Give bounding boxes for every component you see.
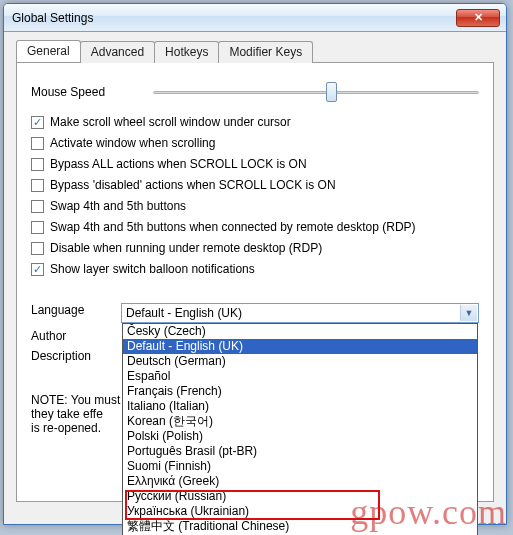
language-option[interactable]: Português Brasil (pt-BR) <box>123 444 477 459</box>
checkbox[interactable] <box>31 137 44 150</box>
checkbox-label: Swap 4th and 5th buttons <box>50 199 186 213</box>
check-row: Bypass 'disabled' actions when SCROLL LO… <box>31 178 479 192</box>
checkbox-label: Disable when running under remote deskto… <box>50 241 322 255</box>
checkbox[interactable] <box>31 221 44 234</box>
language-option[interactable]: Українська (Ukrainian) <box>123 504 477 519</box>
description-label: Description <box>31 349 121 363</box>
language-option[interactable]: Русский (Russian) <box>123 489 477 504</box>
checkbox[interactable] <box>31 179 44 192</box>
checkbox-label: Swap 4th and 5th buttons when connected … <box>50 220 416 234</box>
mouse-speed-slider[interactable] <box>153 81 479 103</box>
chevron-down-icon: ▼ <box>460 305 477 321</box>
language-row: Language Default - English (UK) ▼ Česky … <box>31 303 479 323</box>
checkbox-label: Make scroll wheel scroll window under cu… <box>50 115 291 129</box>
language-option[interactable]: Français (French) <box>123 384 477 399</box>
tab-panel-general: Mouse Speed ✓Make scroll wheel scroll wi… <box>16 62 494 502</box>
window-title: Global Settings <box>12 11 456 25</box>
language-option[interactable]: Suomi (Finnish) <box>123 459 477 474</box>
language-option[interactable]: Česky (Czech) <box>123 324 477 339</box>
language-option[interactable]: Español <box>123 369 477 384</box>
client-area: General Advanced Hotkeys Modifier Keys M… <box>4 32 506 514</box>
check-row: Swap 4th and 5th buttons <box>31 199 479 213</box>
check-row: Activate window when scrolling <box>31 136 479 150</box>
checkbox-label: Bypass 'disabled' actions when SCROLL LO… <box>50 178 336 192</box>
checkbox[interactable]: ✓ <box>31 116 44 129</box>
checkbox-label: Bypass ALL actions when SCROLL LOCK is O… <box>50 157 307 171</box>
mouse-speed-row: Mouse Speed <box>31 81 479 103</box>
slider-thumb[interactable] <box>326 82 337 102</box>
author-label: Author <box>31 329 121 343</box>
language-option[interactable]: Default - English (UK) <box>123 339 477 354</box>
check-row: ✓Show layer switch balloon notifications <box>31 262 479 276</box>
checkbox[interactable] <box>31 242 44 255</box>
check-row: ✓Make scroll wheel scroll window under c… <box>31 115 479 129</box>
language-option[interactable]: Italiano (Italian) <box>123 399 477 414</box>
checkbox[interactable] <box>31 158 44 171</box>
tab-modifier-keys[interactable]: Modifier Keys <box>218 41 313 63</box>
tab-strip: General Advanced Hotkeys Modifier Keys <box>16 40 494 62</box>
language-option[interactable]: Korean (한국어) <box>123 414 477 429</box>
checkbox-label: Show layer switch balloon notifications <box>50 262 255 276</box>
check-row: Swap 4th and 5th buttons when connected … <box>31 220 479 234</box>
slider-track <box>153 91 479 94</box>
close-icon: ✕ <box>474 11 483 24</box>
tab-advanced[interactable]: Advanced <box>80 41 155 63</box>
language-option[interactable]: Polski (Polish) <box>123 429 477 444</box>
language-dropdown[interactable]: Česky (Czech)Default - English (UK)Deuts… <box>122 323 478 535</box>
language-selected-value: Default - English (UK) <box>126 306 242 320</box>
check-row: Bypass ALL actions when SCROLL LOCK is O… <box>31 157 479 171</box>
mouse-speed-label: Mouse Speed <box>31 85 105 99</box>
language-combobox[interactable]: Default - English (UK) ▼ Česky (Czech)De… <box>121 303 479 323</box>
settings-window: Global Settings ✕ General Advanced Hotke… <box>3 3 507 525</box>
checkbox[interactable]: ✓ <box>31 263 44 276</box>
tab-general[interactable]: General <box>16 40 81 62</box>
checkbox-label: Activate window when scrolling <box>50 136 215 150</box>
language-option[interactable]: 繁體中文 (Traditional Chinese) <box>123 519 477 534</box>
titlebar: Global Settings ✕ <box>4 4 506 32</box>
language-option[interactable]: Deutsch (German) <box>123 354 477 369</box>
close-button[interactable]: ✕ <box>456 9 500 27</box>
check-row: Disable when running under remote deskto… <box>31 241 479 255</box>
tab-hotkeys[interactable]: Hotkeys <box>154 41 219 63</box>
language-label: Language <box>31 303 121 317</box>
language-option[interactable]: Ελληνικά (Greek) <box>123 474 477 489</box>
checkbox[interactable] <box>31 200 44 213</box>
